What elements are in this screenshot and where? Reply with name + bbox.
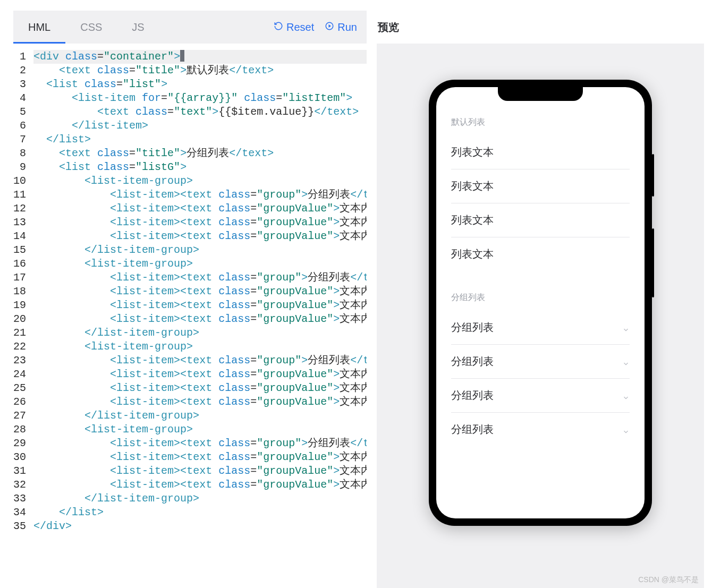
chevron-down-icon: [622, 324, 630, 331]
chevron-down-icon: [622, 392, 630, 399]
phone-screen: 默认列表 列表文本 列表文本 列表文本 列表文本 分组列表 分组列表: [436, 87, 645, 518]
preview-label: 预览: [377, 11, 704, 44]
group-item-label: 分组列表: [451, 388, 494, 403]
phone-frame: 默认列表 列表文本 列表文本 列表文本 列表文本 分组列表 分组列表: [429, 80, 652, 526]
group-item[interactable]: 分组列表: [451, 379, 630, 413]
watermark: CSDN @菜鸟不是: [638, 575, 699, 585]
section-title-default: 默认列表: [451, 108, 630, 135]
reset-label: Reset: [286, 21, 314, 33]
tab-css[interactable]: CSS: [65, 11, 117, 44]
phone-notch: [498, 87, 583, 101]
list-item-label: 列表文本: [451, 247, 494, 261]
code-editor[interactable]: 1234567891011121314151617181920212223242…: [13, 44, 367, 588]
section-title-group: 分组列表: [451, 284, 630, 311]
tab-hml[interactable]: HML: [13, 11, 65, 44]
chevron-down-icon: [622, 358, 630, 365]
list-item[interactable]: 列表文本: [451, 203, 630, 237]
reset-button[interactable]: Reset: [274, 21, 314, 33]
code-body[interactable]: <div class="container"> <text class="tit…: [33, 46, 367, 588]
list-item-label: 列表文本: [451, 179, 494, 193]
list-item-label: 列表文本: [451, 145, 494, 159]
run-label: Run: [337, 21, 357, 33]
tab-js[interactable]: JS: [117, 11, 159, 44]
line-gutter: 1234567891011121314151617181920212223242…: [13, 46, 33, 588]
svg-marker-1: [329, 24, 332, 28]
tab-actions: Reset Run: [274, 21, 367, 33]
group-item[interactable]: 分组列表: [451, 345, 630, 379]
list-item[interactable]: 列表文本: [451, 135, 630, 169]
group-item[interactable]: 分组列表: [451, 311, 630, 345]
run-icon: [325, 21, 334, 33]
preview-pane: 预览 默认列表 列表文本 列表文本 列表文本 列表文本 分组列表 分组列表: [367, 11, 704, 588]
reset-icon: [274, 21, 283, 33]
group-item-label: 分组列表: [451, 354, 494, 369]
group-item-label: 分组列表: [451, 422, 494, 437]
editor-pane: HML CSS JS Reset Run 1234567891: [13, 11, 367, 588]
group-item-label: 分组列表: [451, 320, 494, 335]
group-item[interactable]: 分组列表: [451, 413, 630, 446]
app-root: HML CSS JS Reset Run 1234567891: [0, 0, 712, 588]
run-button[interactable]: Run: [325, 21, 357, 33]
list-item[interactable]: 列表文本: [451, 237, 630, 271]
list-item[interactable]: 列表文本: [451, 169, 630, 203]
chevron-down-icon: [622, 426, 630, 433]
default-list: 列表文本 列表文本 列表文本 列表文本: [451, 135, 630, 271]
list-item-label: 列表文本: [451, 213, 494, 227]
preview-stage: 默认列表 列表文本 列表文本 列表文本 列表文本 分组列表 分组列表: [377, 44, 704, 588]
editor-tabs: HML CSS JS Reset Run: [13, 11, 367, 44]
group-list: 分组列表 分组列表 分组列表 分组列表: [451, 311, 630, 446]
